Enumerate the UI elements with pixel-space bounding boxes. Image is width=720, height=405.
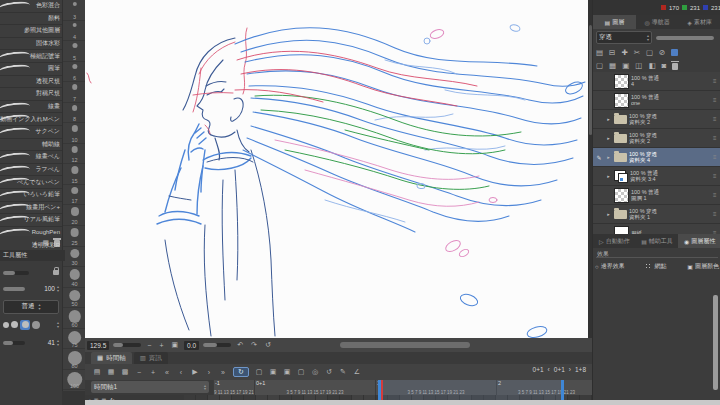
layer-opacity-slider[interactable] [656, 36, 714, 40]
zoom-in-button[interactable]: + [157, 342, 165, 349]
timeline-frame-ruler[interactable]: -19 11 13 15 17 19 21 230+13 5 7 9 11 13… [213, 380, 592, 395]
layer-tool-icon-2[interactable]: ✚ [621, 48, 627, 57]
rotation-slider[interactable] [203, 343, 231, 347]
effect-網點[interactable]: 網點 [645, 262, 666, 271]
layer-row[interactable]: ▸100 % 穿透資料夾 2≡ [593, 110, 720, 129]
edit-pencil-icon[interactable]: ✎ [595, 154, 603, 161]
expand-arrow-icon[interactable]: ▸ [605, 135, 612, 141]
brush-size-item[interactable]: 75 [63, 329, 86, 350]
cel-b-icon[interactable]: ▣ [283, 368, 291, 376]
panel-tab-導航器[interactable]: ◎導航器 [636, 15, 679, 29]
prev-arrow-icon[interactable]: ‹ [548, 366, 550, 373]
timeline-tab-資訊[interactable]: ▥資訊 [134, 352, 168, 364]
loop-playback-icon[interactable]: ↻ [233, 367, 249, 377]
subtool-item[interactable]: 動画インク入れMペン [0, 113, 62, 126]
panel-tab-自動動作[interactable]: ▷自動動作 [593, 234, 636, 248]
brush-size-item[interactable]: 5 [63, 41, 86, 62]
antialias-weak[interactable] [11, 321, 18, 328]
timeline-tab-時間軸[interactable]: ▦時間軸 [91, 352, 132, 364]
layer-menu-icon[interactable]: ≡ [713, 192, 720, 198]
antialias-stepper[interactable]: ▴▾ [57, 321, 59, 327]
layer-action-icon-3[interactable]: ◫ [635, 61, 642, 70]
panel-tab-圖層[interactable]: ▤圖層 [593, 15, 636, 29]
fit-screen-button[interactable]: ▣ [169, 341, 180, 349]
brush-size-item[interactable]: 15 [63, 164, 86, 185]
onion-skin-icon[interactable]: ◎ [311, 368, 319, 376]
brush-size-item[interactable]: 6 [63, 62, 86, 83]
panel-scrollbar[interactable] [713, 295, 718, 390]
brush-size-item[interactable]: 17 [63, 185, 86, 206]
play-icon[interactable]: ▶ [191, 368, 199, 376]
layer-tool-icon-5[interactable]: ⊘ [659, 48, 665, 57]
effect-邊界效果[interactable]: ○邊界效果 [595, 262, 625, 271]
zoom-out-button[interactable]: − [145, 342, 153, 349]
stabilize-slider[interactable] [3, 341, 25, 345]
subtool-item[interactable]: ぺんでないペン [0, 176, 62, 189]
layer-action-icon-0[interactable]: ▢ [596, 61, 603, 70]
layer-action-icon-4[interactable]: ◧ [648, 61, 655, 70]
zoom-in-icon[interactable]: + [149, 369, 157, 376]
subtool-item[interactable]: 對稱尺規 [0, 88, 62, 101]
layer-row[interactable]: 100 % 普通4≡ [593, 72, 720, 91]
brush-size-item[interactable]: 40 [63, 267, 86, 288]
layer-color-chip[interactable] [671, 49, 678, 56]
prev-frame-icon[interactable]: ‹ [177, 369, 185, 376]
subtool-item[interactable]: 色彩混合 [0, 0, 62, 13]
canvas-horizontal-scrollbar[interactable] [340, 342, 470, 348]
layer-menu-icon[interactable]: ≡ [713, 154, 720, 160]
retime-icon[interactable]: ↺ [325, 368, 333, 376]
new-cel-icon[interactable]: ▢ [255, 368, 263, 376]
start-frame-field[interactable]: 0+1 [554, 366, 565, 373]
layer-tool-icon-1[interactable]: ⊟ [609, 48, 615, 57]
stabilize-stepper[interactable]: ▴▾ [57, 339, 59, 345]
brush-size-item[interactable]: 4 [63, 21, 86, 42]
layer-row[interactable]: ▸100 % 普通資料夾 3:4≡ [593, 167, 720, 186]
layer-action-icon-5[interactable]: ◙ [661, 61, 666, 70]
layer-action-icon-1[interactable]: ▦ [609, 61, 616, 70]
layer-tool-icon-4[interactable]: ▢ [646, 48, 653, 57]
next-arrow-icon[interactable]: › [569, 366, 571, 373]
layer-row[interactable]: 100 % 普通圖層 1≡ [593, 186, 720, 205]
brush-size-item[interactable]: 30 [63, 247, 86, 268]
antialias-strong[interactable] [32, 321, 40, 329]
rotate-ccw-icon[interactable]: ↶ [235, 341, 245, 349]
layer-row[interactable]: ▸100 % 穿透資料夾 1≡ [593, 205, 720, 224]
expand-arrow-icon[interactable]: ▸ [605, 154, 612, 160]
layer-row[interactable]: ✎▸100 % 穿透資料夾 4≡ [593, 148, 720, 167]
subtool-item[interactable]: 線畫用ペン+ [0, 202, 62, 215]
subtool-item[interactable]: ラフぺん [0, 164, 62, 177]
new-timeline-icon[interactable]: ▦ [107, 368, 115, 376]
layer-tool-icon-3[interactable]: ✂ [634, 48, 640, 57]
subtool-item[interactable]: 輔助線 [0, 139, 62, 152]
current-frame-field[interactable]: 0+1 [533, 366, 544, 373]
go-last-icon[interactable]: » [219, 369, 227, 376]
brush-size-item[interactable]: 80 [63, 349, 86, 370]
antialias-selected[interactable] [20, 320, 30, 330]
go-first-icon[interactable]: « [163, 369, 171, 376]
panel-tab-圖層屬性[interactable]: ◉圖層屬性 [678, 234, 720, 248]
next-frame-icon[interactable]: › [205, 369, 213, 376]
brush-size-item[interactable]: 3 [63, 0, 86, 21]
drawing-canvas[interactable] [85, 0, 588, 338]
rotate-cw-icon[interactable]: ↷ [249, 341, 259, 349]
panel-tab-輔助工具[interactable]: ▤輔助工具 [636, 234, 679, 248]
layer-row[interactable]: 100 % 普通one≡ [593, 91, 720, 110]
zoom-value[interactable]: 129.5 [87, 341, 109, 350]
layer-menu-icon[interactable]: ≡ [713, 135, 720, 141]
brush-size-item[interactable]: 25 [63, 226, 86, 247]
timeline-settings-icon[interactable]: ▩ [121, 368, 129, 376]
antialias-none[interactable] [3, 322, 9, 328]
subtool-item[interactable]: 極細記號筆 [0, 50, 62, 63]
subtool-item[interactable]: 線畫ぺん [0, 151, 62, 164]
zoom-slider[interactable] [113, 343, 141, 347]
subtool-item[interactable]: リアル風鉛筆 [0, 214, 62, 227]
layer-tool-icon-0[interactable]: ▤ [596, 48, 603, 57]
expand-arrow-icon[interactable]: ▸ [605, 173, 612, 179]
delete-layer-icon[interactable] [672, 63, 678, 70]
layer-menu-icon[interactable]: ≡ [713, 211, 720, 217]
layer-blend-select[interactable]: 穿透 ▴▾ [596, 31, 652, 44]
brush-size-item[interactable]: 10 [63, 123, 86, 144]
brush-size-item[interactable]: 60 [63, 308, 86, 329]
brush-size-item[interactable]: 8 [63, 103, 86, 124]
layer-menu-icon[interactable]: ≡ [713, 116, 720, 122]
